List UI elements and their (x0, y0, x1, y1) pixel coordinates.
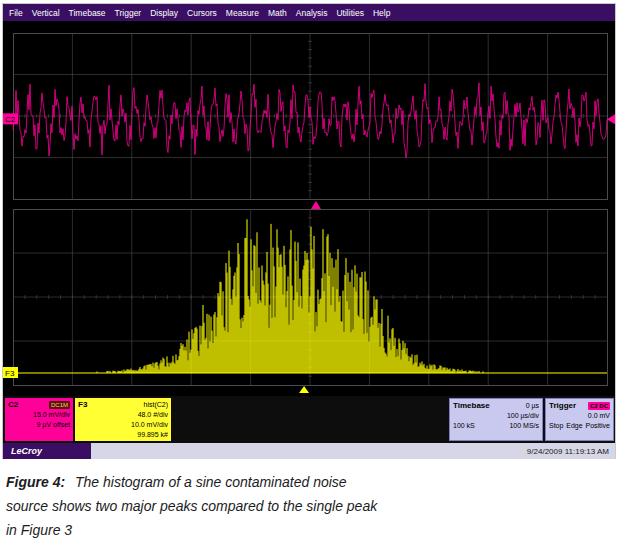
c2-descriptor-box[interactable]: C2 DC1M 15.0 mV/div 9 µV offset (5, 398, 73, 441)
figure-caption-label: Figure 4: (6, 474, 71, 490)
f3-mv-per-div: 10.0 mV/div (78, 420, 168, 430)
c2-coupling-badge: DC1M (49, 401, 70, 409)
trigger-label: Trigger (549, 401, 576, 411)
menu-item-cursors[interactable]: Cursors (187, 8, 217, 18)
svg-text:C2: C2 (5, 115, 16, 124)
timebase-scale: 100 µs/div (453, 411, 539, 421)
f3-descriptor-box[interactable]: F3 hist(C2) 48.0 #/div 10.0 mV/div 99.89… (75, 398, 171, 441)
scope-display: C2F3 (3, 21, 615, 396)
f3-function: hist(C2) (143, 400, 168, 410)
timebase-delay: 0 µs (526, 401, 539, 411)
oscilloscope-window: File Vertical Timebase Trigger Display C… (2, 3, 616, 459)
c2-volts-per-div: 15.0 mV/div (8, 410, 70, 420)
menu-item-trigger[interactable]: Trigger (115, 8, 142, 18)
trigger-source-badge: C2 DC (588, 402, 610, 410)
figure-caption: Figure 4: The histogram of a sine contam… (6, 470, 384, 542)
menu-item-analysis[interactable]: Analysis (296, 8, 328, 18)
c2-offset: 9 µV offset (8, 420, 70, 430)
trigger-level: 0.0 mV (549, 411, 610, 421)
trigger-type: Edge (566, 421, 582, 431)
menu-item-help[interactable]: Help (373, 8, 390, 18)
datetime-text: 9/24/2009 11:19:13 AM (91, 443, 615, 459)
status-bar: LeCroy 9/24/2009 11:19:13 AM (3, 443, 615, 459)
timebase-samples: 100 kS (453, 421, 475, 431)
menu-item-file[interactable]: File (9, 8, 23, 18)
menu-item-measure[interactable]: Measure (226, 8, 259, 18)
timebase-descriptor-box[interactable]: Timebase 0 µs 100 µs/div 100 kS 100 MS/s (449, 398, 543, 441)
c2-label: C2 (8, 400, 18, 410)
menu-item-utilities[interactable]: Utilities (336, 8, 363, 18)
menu-item-math[interactable]: Math (268, 8, 287, 18)
lecroy-logo: LeCroy (3, 443, 91, 459)
timebase-rate: 100 MS/s (509, 421, 539, 431)
trigger-mode: Stop (549, 421, 563, 431)
descriptor-panel: C2 DC1M 15.0 mV/div 9 µV offset F3 hist(… (3, 396, 615, 443)
f3-population: 99.895 k# (78, 430, 168, 440)
trigger-slope: Positive (585, 421, 610, 431)
timebase-label: Timebase (453, 401, 490, 411)
menu-item-timebase[interactable]: Timebase (69, 8, 106, 18)
menu-item-display[interactable]: Display (150, 8, 178, 18)
menu-bar: File Vertical Timebase Trigger Display C… (3, 4, 615, 21)
trigger-descriptor-box[interactable]: Trigger C2 DC 0.0 mV Stop Edge Positive (545, 398, 614, 441)
menu-item-vertical[interactable]: Vertical (32, 8, 60, 18)
scope-graticule: C2F3 (3, 21, 617, 396)
document-page: File Vertical Timebase Trigger Display C… (0, 0, 619, 544)
f3-counts-per-div: 48.0 #/div (78, 410, 168, 420)
svg-text:F3: F3 (5, 369, 15, 378)
f3-label: F3 (78, 400, 87, 410)
